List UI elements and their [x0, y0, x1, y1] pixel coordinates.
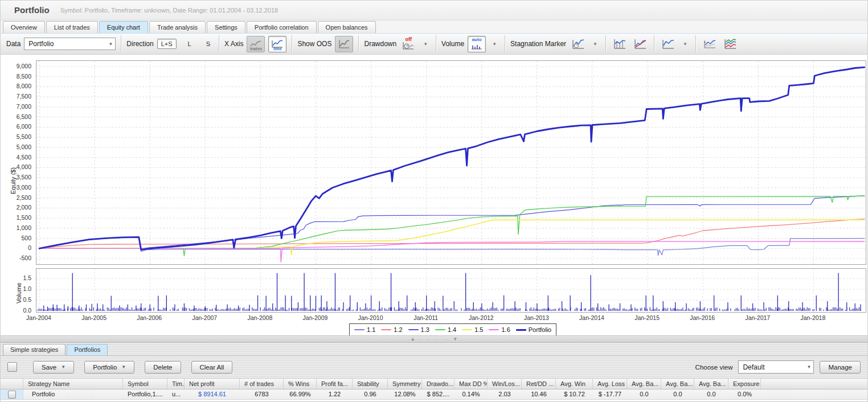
choose-view-select[interactable]: Default ▼: [738, 360, 814, 374]
volume-dropdown-arrow[interactable]: ▼: [489, 39, 499, 49]
toolbar-separator: [695, 35, 696, 52]
legend-item-portfolio: Portfolio: [516, 326, 551, 333]
xaxis-trades-button[interactable]: trades: [247, 36, 265, 52]
data-group: Data Portfolio ▼: [6, 38, 116, 50]
drawdown-dropdown-arrow[interactable]: ▼: [420, 39, 431, 49]
stagnation-marker-button[interactable]: [570, 36, 587, 52]
equity-tick-label: 7,500: [2, 93, 31, 100]
oos-chart-icon: [338, 39, 350, 49]
drawdown-clock-icon: [402, 42, 415, 51]
x-axis-label: Jan-2006: [132, 314, 166, 321]
show-oos-label: Show OOS: [297, 40, 331, 48]
equity-tick-label: 6,500: [2, 113, 31, 120]
row-cell: 66.99%: [284, 389, 317, 399]
direction-long-button[interactable]: L: [185, 39, 195, 48]
column-header[interactable]: Ret/DD ...: [522, 379, 556, 389]
tab-open-balances[interactable]: Open balances: [318, 21, 376, 33]
trendline-chart-icon: [633, 38, 647, 50]
table-row[interactable]: PortfolioPortfolio,1....u...$ 8914.61678…: [1, 389, 868, 400]
compare-lines-button[interactable]: [701, 36, 718, 52]
legend-item-1-4: 1.4: [435, 326, 456, 333]
x-axis-label: Jan-2014: [575, 314, 609, 321]
column-header[interactable]: Tim...: [167, 379, 185, 389]
column-header[interactable]: Max DD %: [455, 379, 488, 389]
xaxis-time-button[interactable]: time: [268, 36, 286, 52]
delete-button-label: Delete: [153, 364, 172, 371]
volume-button[interactable]: auto: [468, 36, 486, 52]
tab-portfolio-correlation[interactable]: Portfolio correlation: [247, 21, 317, 33]
drawdown-button[interactable]: off: [400, 36, 417, 52]
data-select[interactable]: Portfolio ▼: [24, 38, 116, 50]
direction-long-short-button[interactable]: L+S: [157, 39, 177, 49]
column-header[interactable]: Avg. Win: [556, 379, 593, 389]
tab-overview[interactable]: Overview: [3, 21, 45, 33]
x-axis-label: Jan-2007: [187, 314, 222, 321]
legend-swatch: [435, 329, 445, 330]
legend-label: 1.4: [448, 326, 456, 333]
results-tab-simple-strategies[interactable]: Simple strategies: [3, 344, 65, 355]
column-header[interactable]: Strategy Name: [23, 379, 123, 389]
tab-equity-chart[interactable]: Equity chart: [99, 21, 148, 33]
results-tab-portfolios[interactable]: Portfolios: [67, 344, 108, 355]
portfolio-button-label: Portfolio: [93, 364, 117, 371]
stagnation-chart-icon: [571, 38, 585, 50]
volume-plot-area[interactable]: [36, 268, 866, 313]
tab-settings[interactable]: Settings: [207, 21, 245, 33]
equity-plot-canvas: [36, 61, 866, 264]
delete-button[interactable]: Delete: [145, 361, 181, 374]
column-header[interactable]: Net profit: [185, 379, 240, 389]
toolbar-separator: [654, 35, 654, 52]
splitter-collapse-up-icon[interactable]: ▲: [411, 337, 415, 342]
volume-tick-label: 1.0: [2, 285, 31, 292]
legend-swatch: [381, 329, 391, 330]
column-header[interactable]: % Wins: [284, 379, 317, 389]
column-header[interactable]: Drawdo...: [422, 379, 455, 389]
column-header[interactable]: Avg. Ba...: [627, 379, 661, 389]
direction-short-button[interactable]: S: [203, 39, 214, 48]
clear-all-button[interactable]: Clear All: [191, 361, 233, 374]
legend-label: 1.2: [394, 326, 402, 333]
column-header[interactable]: Symmetry: [388, 379, 422, 389]
row-cell: u...: [167, 389, 185, 399]
portfolio-button[interactable]: Portfolio▼: [84, 361, 134, 374]
panel-splitter[interactable]: ▲ · · · · ▼: [1, 335, 867, 343]
column-header[interactable]: Avg. Ba...: [661, 379, 694, 389]
splitter-collapse-down-icon[interactable]: ▼: [453, 337, 457, 342]
x-axis-label: Jan-2018: [796, 314, 830, 321]
legend-label: Portfolio: [529, 326, 551, 333]
select-all-checkbox[interactable]: [7, 362, 17, 372]
line-mode-dropdown-arrow[interactable]: ▼: [680, 39, 690, 49]
chart-legend: 1.11.21.31.41.51.6Portfolio: [349, 323, 556, 336]
equity-plot-area[interactable]: [36, 60, 866, 265]
toolbar-separator: [605, 35, 606, 52]
histogram-view-button[interactable]: [611, 36, 628, 52]
data-select-value: Portfolio: [28, 40, 54, 48]
show-oos-button[interactable]: [335, 36, 353, 52]
tab-list-of-trades[interactable]: List of trades: [46, 21, 98, 33]
legend-item-1-1: 1.1: [354, 326, 375, 333]
all-strategies-lines-button[interactable]: [722, 36, 739, 52]
volume-state-caption: auto: [468, 38, 485, 42]
save-button[interactable]: Save▼: [33, 361, 74, 374]
column-header[interactable]: Avg. Loss: [593, 379, 627, 389]
column-header[interactable]: # of trades: [240, 379, 284, 389]
toolbar-separator: [219, 35, 219, 52]
legend-swatch: [462, 329, 472, 330]
row-cell: $ -17.77: [593, 389, 627, 399]
column-header[interactable]: Profit fa...: [317, 379, 353, 389]
row-select-cell: [1, 389, 23, 399]
column-header[interactable]: Stability: [353, 379, 388, 389]
column-header[interactable]: Exposure: [728, 379, 761, 389]
tab-trade-analysis[interactable]: Trade analysis: [149, 21, 206, 33]
x-axis-label: Jan-2013: [519, 314, 554, 321]
row-cell: 0.0: [661, 389, 694, 399]
stagnation-dropdown-arrow[interactable]: ▼: [590, 39, 600, 49]
regression-view-button[interactable]: [632, 36, 649, 52]
result-header: Portfolio Symbol: Portfolio, Timeframe: …: [1, 1, 867, 20]
row-checkbox[interactable]: [8, 391, 16, 399]
column-header[interactable]: Symbol: [123, 379, 167, 389]
column-header[interactable]: Avg. Ba...: [694, 379, 728, 389]
line-mode-button[interactable]: [660, 36, 677, 52]
column-header[interactable]: Win/Los...: [488, 379, 522, 389]
manage-button[interactable]: Manage: [820, 361, 861, 374]
